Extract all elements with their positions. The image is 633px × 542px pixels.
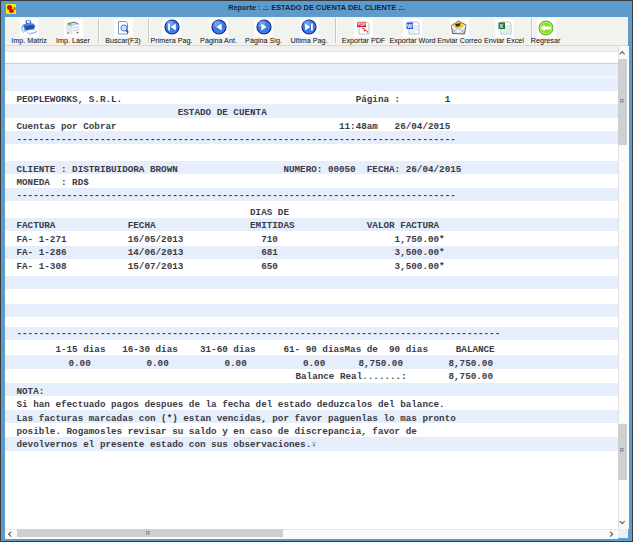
svg-text:PDF: PDF: [357, 22, 366, 27]
svg-text:W: W: [407, 23, 413, 29]
svg-text:X: X: [499, 23, 503, 29]
